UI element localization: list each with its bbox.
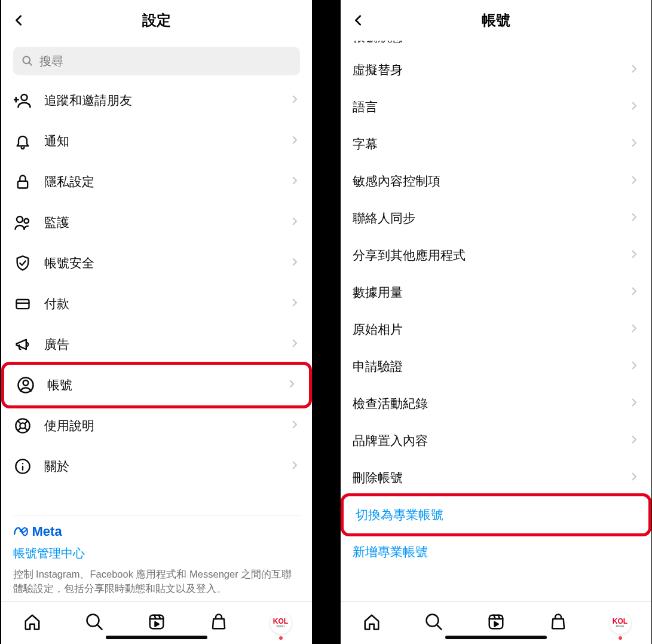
- settings-row-people[interactable]: 監護: [1, 202, 312, 243]
- reels-tab-icon: [487, 613, 505, 633]
- chevron-right-icon: [289, 338, 300, 351]
- account-row-2[interactable]: 語言: [341, 88, 651, 126]
- search-icon: [22, 55, 33, 67]
- shop-tab-icon: [210, 613, 228, 633]
- card-icon: [13, 294, 32, 313]
- svg-rect-23: [149, 615, 163, 628]
- settings-row-add-person[interactable]: 追蹤和邀請朋友: [1, 80, 312, 121]
- account-row-14[interactable]: 新增專業帳號: [341, 533, 651, 570]
- chevron-right-icon: [629, 397, 639, 410]
- lock-icon: [13, 172, 32, 191]
- account-row-10[interactable]: 檢查活動紀錄: [341, 385, 651, 422]
- home-indicator: [106, 636, 207, 639]
- row-label: 聯絡人同步: [353, 210, 617, 227]
- search-tab[interactable]: [81, 610, 108, 636]
- reels-tab[interactable]: [143, 610, 170, 636]
- row-label: 分享到其他應用程式: [353, 247, 617, 264]
- account-row-0[interactable]: 帳號狀態: [341, 41, 651, 51]
- account-row-5[interactable]: 聯絡人同步: [341, 200, 651, 237]
- settings-row-life-ring[interactable]: 使用說明: [1, 405, 312, 446]
- avatar: KOLRadar: [610, 612, 631, 634]
- chevron-right-icon: [629, 286, 639, 299]
- account-row-1[interactable]: 虛擬替身: [341, 51, 651, 88]
- chevron-right-icon: [629, 471, 639, 484]
- svg-line-17: [25, 421, 27, 424]
- settings-row-info[interactable]: 關於: [1, 446, 312, 487]
- svg-point-2: [21, 94, 27, 100]
- chevron-right-icon: [286, 379, 297, 392]
- account-row-7[interactable]: 數據用量: [341, 274, 651, 311]
- shop-tab[interactable]: [545, 610, 571, 636]
- row-label: 敏感內容控制項: [353, 173, 617, 190]
- shop-tab-icon: [549, 613, 567, 633]
- svg-marker-34: [494, 622, 498, 627]
- account-row-3[interactable]: 字幕: [341, 126, 651, 163]
- account-row-6[interactable]: 分享到其他應用程式: [341, 237, 651, 274]
- bell-icon: [13, 132, 32, 151]
- row-label: 關於: [44, 458, 277, 475]
- row-label: 追蹤和邀請朋友: [44, 92, 277, 109]
- row-label: 原始相片: [353, 321, 617, 338]
- profile-tab[interactable]: KOLRadar: [607, 610, 633, 636]
- meta-accounts-center-link[interactable]: 帳號管理中心: [13, 545, 300, 561]
- account-row-9[interactable]: 申請驗證: [341, 348, 651, 385]
- row-label: 監護: [44, 214, 277, 231]
- svg-line-14: [17, 421, 20, 424]
- svg-rect-8: [16, 300, 29, 309]
- search-tab-icon: [85, 613, 103, 633]
- meta-block: Meta 帳號管理中心 控制 Instagram、Facebook 應用程式和 …: [1, 515, 312, 601]
- search-tab[interactable]: [421, 610, 447, 636]
- home-tab[interactable]: [19, 610, 45, 636]
- svg-line-16: [17, 428, 20, 431]
- shop-tab[interactable]: [206, 610, 232, 636]
- meta-description: 控制 Instagram、Facebook 應用程式和 Messenger 之間…: [13, 567, 300, 596]
- account-icon: [16, 376, 35, 395]
- settings-row-shield[interactable]: 帳號安全: [1, 243, 312, 283]
- row-label: 通知: [44, 133, 277, 149]
- chevron-right-icon: [289, 460, 300, 473]
- meta-icon: [13, 524, 29, 539]
- row-label: 品牌置入內容: [353, 432, 617, 449]
- chevron-right-icon: [289, 297, 300, 310]
- search-tab-icon: [425, 613, 443, 633]
- account-row-8[interactable]: 原始相片: [341, 311, 651, 348]
- people-icon: [13, 213, 32, 232]
- chevron-right-icon: [289, 135, 300, 148]
- back-button[interactable]: [7, 8, 31, 32]
- search-box[interactable]: [13, 47, 300, 75]
- avatar: KOLRadar: [270, 612, 292, 634]
- back-icon: [352, 14, 365, 27]
- settings-row-lock[interactable]: 隱私設定: [1, 161, 312, 202]
- svg-point-11: [23, 380, 28, 386]
- search-input[interactable]: [39, 54, 292, 68]
- svg-line-22: [97, 625, 102, 630]
- settings-row-card[interactable]: 付款: [1, 283, 312, 324]
- reels-tab-icon: [148, 613, 166, 633]
- back-icon: [13, 14, 26, 27]
- chevron-right-icon: [629, 100, 639, 114]
- account-row-11[interactable]: 品牌置入內容: [341, 422, 651, 459]
- back-button[interactable]: [347, 8, 371, 32]
- chevron-right-icon: [629, 434, 639, 447]
- settings-row-bell[interactable]: 通知: [1, 121, 312, 161]
- row-label: 帳號狀態: [353, 41, 617, 45]
- settings-row-megaphone[interactable]: 廣告: [1, 324, 312, 365]
- chevron-right-icon: [289, 257, 300, 270]
- chevron-right-icon: [289, 419, 300, 432]
- settings-row-account[interactable]: 帳號: [1, 362, 312, 408]
- avatar-sub: Radar: [276, 625, 284, 628]
- header: 帳號: [341, 0, 651, 41]
- account-row-13[interactable]: 切換為專業帳號: [341, 493, 651, 536]
- notification-dot: [279, 636, 283, 640]
- profile-tab[interactable]: KOLRadar: [268, 610, 294, 636]
- reels-tab[interactable]: [483, 610, 509, 636]
- account-row-12[interactable]: 刪除帳號: [341, 459, 651, 496]
- row-label: 虛擬替身: [353, 62, 617, 78]
- svg-rect-30: [489, 615, 503, 628]
- add-person-icon: [13, 91, 32, 110]
- chevron-right-icon: [629, 249, 639, 262]
- chevron-right-icon: [629, 175, 639, 188]
- home-tab[interactable]: [359, 610, 385, 636]
- svg-marker-27: [155, 622, 158, 627]
- account-row-4[interactable]: 敏感內容控制項: [341, 163, 651, 200]
